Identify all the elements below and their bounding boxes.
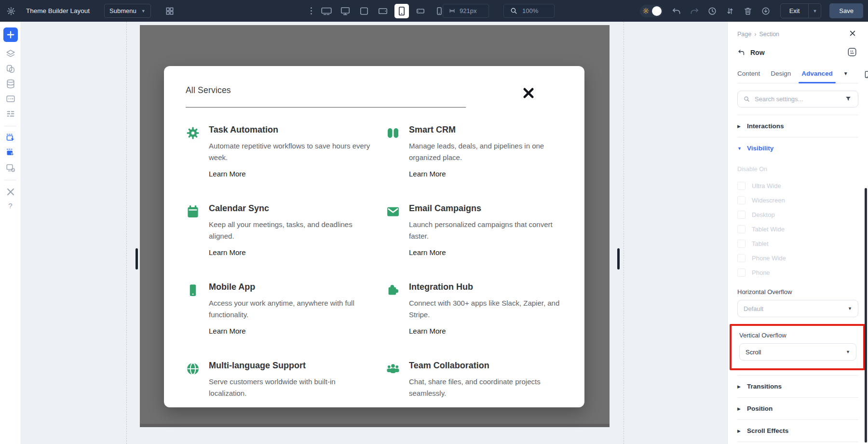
zoom-control[interactable]: 100% <box>503 4 555 18</box>
settings-tab[interactable]: Advanced <box>801 66 833 83</box>
db-icon[interactable] <box>3 77 18 91</box>
service-description: Serve customers worldwide with built-in … <box>209 376 370 399</box>
canvas-width-input[interactable] <box>443 4 489 18</box>
filter-funnel-icon[interactable] <box>845 95 853 103</box>
disable-on-option: Widescreen <box>737 193 858 207</box>
search-icon <box>743 95 751 103</box>
exit-button[interactable]: Exit <box>781 4 809 18</box>
tablet-landscape-icon[interactable] <box>376 4 390 18</box>
service-card: Smart CRM Manage leads, deals, and pipel… <box>386 125 584 178</box>
layers-icon[interactable] <box>3 47 18 61</box>
trash-icon[interactable] <box>741 4 755 18</box>
settings-tab[interactable]: Content <box>737 66 760 83</box>
help-icon[interactable]: ? <box>8 202 12 210</box>
chevron-down-icon: ▼ <box>846 350 850 354</box>
settings-gear-icon[interactable] <box>6 6 16 16</box>
responsive-mode-tablet-icon[interactable] <box>863 70 868 80</box>
breadcrumb-section[interactable]: Section <box>759 31 779 38</box>
settings-search <box>737 91 858 108</box>
learn-more-link[interactable]: Learn More <box>209 327 246 335</box>
vertical-overflow-label: Vertical Overflow <box>739 332 856 339</box>
layout-guide-right <box>624 22 624 444</box>
close-panel-icon[interactable] <box>849 29 858 39</box>
tools-icon[interactable] <box>3 185 18 199</box>
visibility-body: Disable On Ultra Wide Widescreen Desktop <box>737 159 858 375</box>
learn-more-link[interactable]: Learn More <box>409 248 446 256</box>
learn-more-link[interactable]: Learn More <box>209 405 246 407</box>
import-icon[interactable] <box>759 4 773 18</box>
service-description: Keep all your meetings, tasks, and deadl… <box>209 219 370 242</box>
service-description: Automate repetitive workflows to save ho… <box>209 140 370 163</box>
service-title: Calendar Sync <box>209 203 370 214</box>
resize-handle-left[interactable] <box>136 248 138 269</box>
service-title: Integration Hub <box>409 282 570 292</box>
chevron-down-icon: ▼ <box>848 306 852 311</box>
disable-on-option: Tablet Wide <box>737 222 858 236</box>
horizontal-overflow-select[interactable]: Default ▼ <box>737 300 858 317</box>
back-arrow-icon[interactable] <box>737 48 746 57</box>
learn-more-link[interactable]: Learn More <box>209 248 246 256</box>
checkbox <box>737 196 746 204</box>
scrollbar-thumb[interactable] <box>865 188 867 443</box>
submenu-dropdown[interactable]: Submenu ▼ <box>104 4 151 18</box>
exit-chevron-icon[interactable]: ▼ <box>808 4 821 18</box>
checkbox <box>737 254 746 262</box>
service-description: Manage leads, deals, and pipelines in on… <box>409 140 570 163</box>
checkbox <box>737 240 746 248</box>
vertical-overflow-select[interactable]: Scroll ▼ <box>739 343 856 361</box>
width-value-field[interactable] <box>460 7 483 14</box>
tablet-icon[interactable] <box>394 4 409 18</box>
service-card: Multi-language Support Serve customers w… <box>186 361 386 407</box>
monitor-uw-icon[interactable] <box>319 4 334 18</box>
service-title: Smart CRM <box>409 125 570 135</box>
learn-more-link[interactable]: Learn More <box>409 170 446 178</box>
puzzle-icon <box>386 282 401 336</box>
phone-landscape-icon[interactable] <box>413 4 428 18</box>
accordion-header[interactable]: ▶ Scroll Effects <box>737 420 858 442</box>
redo-icon[interactable] <box>687 4 702 18</box>
widgets-icon[interactable] <box>3 161 18 175</box>
insert-icon[interactable] <box>3 131 18 145</box>
card-icon[interactable] <box>3 92 18 106</box>
service-description: Launch personalized campaigns that conve… <box>409 219 570 242</box>
services-grid: Task Automation Automate repetitive work… <box>186 125 562 407</box>
row-options-icon[interactable] <box>847 47 858 58</box>
breadcrumb: Page › Section <box>737 31 779 38</box>
layout-grid-icon[interactable] <box>164 6 175 16</box>
save-button[interactable]: Save <box>829 3 863 18</box>
plus-icon[interactable] <box>3 27 18 42</box>
breadcrumb-page[interactable]: Page <box>737 31 751 38</box>
learn-more-link[interactable]: Learn More <box>209 170 246 178</box>
insert2-icon[interactable] <box>3 146 18 160</box>
checkbox <box>737 211 746 219</box>
accordion-header[interactable]: ▶ Interactions <box>737 115 858 137</box>
kebab-menu-icon[interactable] <box>308 7 315 14</box>
width-arrows-icon <box>449 7 455 15</box>
close-icon[interactable] <box>522 86 536 101</box>
learn-more-link[interactable]: Learn More <box>409 327 446 335</box>
checkbox <box>737 225 746 233</box>
accordion-header-visibility[interactable]: ▼ Visibility <box>737 137 858 159</box>
updown-icon[interactable] <box>723 4 737 18</box>
accordion-header[interactable]: ▶ Position <box>737 398 858 420</box>
undo-icon[interactable] <box>669 4 684 18</box>
learn-more-link[interactable]: Learn More <box>409 405 446 407</box>
laptop-icon[interactable] <box>357 4 371 18</box>
clock-icon[interactable] <box>705 4 719 18</box>
theme-toggle[interactable] <box>640 5 663 17</box>
chevron-down-icon: ▼ <box>737 146 742 151</box>
accordion-header[interactable]: ▶ Transitions <box>737 376 858 398</box>
responsive-device-switcher <box>308 0 447 22</box>
tabs-chevron-icon[interactable]: ▼ <box>843 71 848 78</box>
list-icon[interactable] <box>3 107 18 121</box>
service-title: Multi-language Support <box>209 361 370 371</box>
settings-tab[interactable]: Design <box>771 66 791 83</box>
resize-handle-right[interactable] <box>617 248 620 269</box>
monitor-icon[interactable] <box>338 4 353 18</box>
search-input[interactable] <box>755 95 841 103</box>
phone-solid-icon <box>186 282 201 336</box>
service-description: Connect with 300+ apps like Slack, Zapie… <box>409 297 570 321</box>
shapes-icon[interactable] <box>3 62 18 76</box>
service-card: Team Collaboration Chat, share files, an… <box>386 361 584 407</box>
highlight-annotation: Vertical Overflow Scroll ▼ <box>730 324 865 370</box>
